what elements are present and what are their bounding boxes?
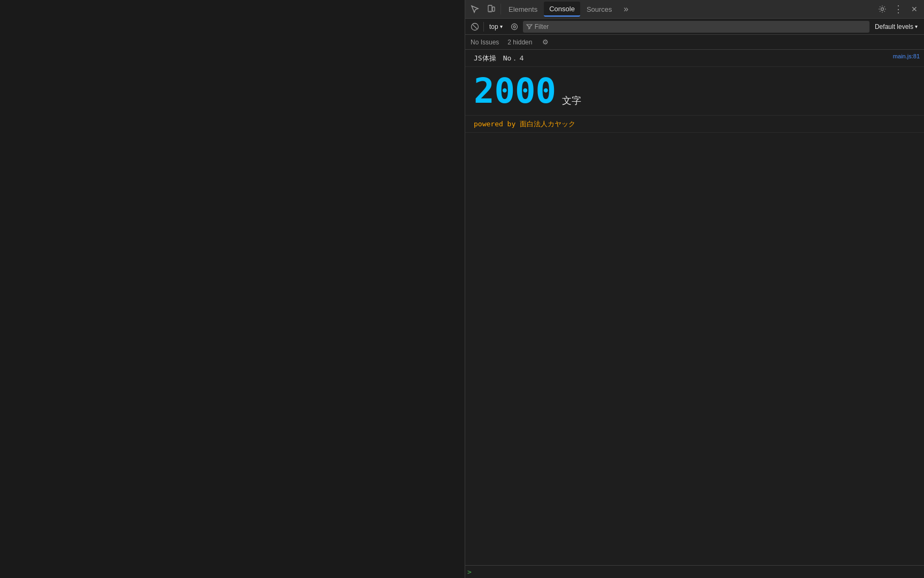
console-toolbar: top ▾ Default levels ▾	[465, 19, 924, 35]
levels-chevron-icon: ▾	[915, 24, 918, 29]
console-prompt: >	[467, 568, 472, 576]
filter-input[interactable]	[535, 23, 866, 31]
console-entry-1-source[interactable]: main.js:81	[891, 51, 924, 62]
tab-separator-1	[500, 4, 501, 14]
live-expression-btn[interactable]	[508, 20, 521, 33]
device-toggle-btn[interactable]	[483, 2, 498, 17]
svg-line-5	[473, 25, 477, 29]
more-options-btn[interactable]: ⋮	[891, 2, 906, 17]
svg-point-7	[513, 26, 515, 28]
hidden-count-label[interactable]: 2 hidden	[507, 39, 532, 46]
log-levels-label: Default levels	[875, 23, 913, 31]
tab-sources[interactable]: Sources	[581, 2, 618, 17]
no-issues-label[interactable]: No Issues	[471, 39, 499, 46]
console-entry-1-body: JS体操 No．４	[465, 51, 891, 65]
tab-right-icons: ⋮ ✕	[875, 2, 922, 17]
webpage-area	[0, 0, 465, 578]
console-entry-3-body: powered by 面白法人カヤック	[465, 117, 924, 131]
console-output: JS体操 No．４ main.js:81 2000 文字 powered by …	[465, 50, 924, 565]
devtools-panel: Elements Console Sources » ⋮ ✕	[465, 0, 924, 578]
filter-input-wrap	[523, 21, 869, 33]
close-icon: ✕	[911, 5, 918, 13]
context-selector[interactable]: top ▾	[486, 22, 506, 32]
console-input-row: >	[465, 565, 924, 578]
filter-icon	[526, 24, 533, 30]
clear-console-btn[interactable]	[468, 20, 481, 33]
console-entry-3: powered by 面白法人カヤック	[465, 116, 924, 133]
tab-elements[interactable]: Elements	[503, 2, 543, 17]
issues-settings-icon[interactable]: ⚙	[541, 37, 550, 47]
svg-point-2	[490, 11, 490, 11]
log-levels-btn[interactable]: Default levels ▾	[872, 22, 921, 32]
console-input[interactable]	[474, 568, 922, 576]
svg-point-3	[881, 8, 884, 11]
log-number: 2000	[474, 71, 556, 111]
console-issues-bar: No Issues 2 hidden ⚙	[465, 35, 924, 50]
svg-rect-1	[492, 7, 495, 11]
chevron-down-icon: ▾	[500, 24, 503, 29]
devtools-tab-bar: Elements Console Sources » ⋮ ✕	[465, 0, 924, 19]
inspect-icon-btn[interactable]	[467, 2, 482, 17]
more-icon: ⋮	[894, 4, 903, 14]
tab-console[interactable]: Console	[544, 2, 580, 17]
console-entry-2: 2000 文字	[465, 67, 924, 116]
context-label: top	[489, 23, 498, 31]
console-entry-1: JS体操 No．４ main.js:81	[465, 50, 924, 67]
log-powered-text: powered by 面白法人カヤック	[474, 120, 575, 128]
more-tabs-btn[interactable]: »	[619, 2, 634, 17]
close-devtools-btn[interactable]: ✕	[907, 2, 922, 17]
toolbar-sep-1	[483, 22, 484, 32]
log-title-text: JS体操 No．４	[474, 54, 525, 62]
settings-btn[interactable]	[875, 2, 890, 17]
svg-point-6	[511, 24, 517, 29]
console-entry-2-body: 2000 文字	[465, 68, 924, 114]
log-suffix: 文字	[556, 95, 581, 106]
more-tabs-icon: »	[623, 4, 628, 14]
